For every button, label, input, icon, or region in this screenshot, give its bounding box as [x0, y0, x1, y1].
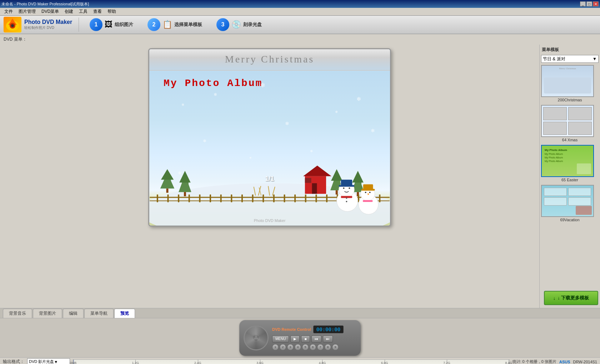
num-9[interactable]: 9: [332, 344, 339, 350]
preview-container: Merry Christmas My Photo Album ❄ ❄ ❄ ❄ ❄…: [0, 45, 539, 308]
step1-button[interactable]: 1 🖼 组织图片: [82, 16, 140, 33]
template-thumb-69vacation[interactable]: [541, 185, 594, 217]
maximize-button[interactable]: □: [586, 1, 592, 6]
menu-file[interactable]: 文件: [1, 8, 16, 15]
scene-header: Merry Christmas: [149, 49, 390, 71]
num-7[interactable]: 7: [317, 344, 324, 350]
svg-rect-47: [369, 194, 370, 202]
num-5[interactable]: 5: [302, 344, 309, 350]
tab-menu-nav[interactable]: 菜单导航: [84, 309, 114, 318]
tick-5: 6.0G: [385, 360, 385, 364]
menu-dvd[interactable]: DVD菜单: [39, 8, 62, 15]
step3-number: 3: [221, 21, 225, 28]
thumb-easter-bg: My Photo Album My Photo Album My Photo A…: [542, 146, 593, 176]
thumb-imas-bg: [542, 106, 593, 136]
prev-button[interactable]: ⏮: [311, 335, 321, 343]
logo-text: Photo DVD Maker 轻松制作照片 DVD: [24, 19, 72, 30]
step3-icon: 💿: [231, 20, 241, 29]
num-3[interactable]: 3: [287, 344, 294, 350]
svg-marker-14: [330, 173, 343, 190]
menubar: 文件 图片管理 DVD菜单 创建 工具 查看 帮助: [0, 8, 600, 16]
main-area: Merry Christmas My Photo Album ❄ ❄ ❄ ❄ ❄…: [0, 45, 600, 308]
panel-header: 菜单模板: [541, 46, 599, 54]
app-subtitle: 轻松制作照片 DVD: [24, 25, 72, 30]
remote-numpad: 1 2 3 4 5 6 7 8 9: [272, 344, 356, 350]
svg-rect-36: [252, 194, 254, 202]
scene-svg: [149, 49, 390, 226]
svg-point-67: [365, 192, 366, 193]
template-thumb-200christmas[interactable]: Merry Christmas: [541, 65, 594, 97]
tick-2: 2.4G: [198, 360, 198, 364]
step2-button[interactable]: 2 📋 选择菜单模板: [140, 16, 209, 33]
next-button[interactable]: ⏭: [323, 335, 333, 343]
status-right: 统计: 0 个相册，0 张图片 ASUS DRW-2014S1: [512, 359, 598, 364]
svg-line-50: [258, 186, 261, 196]
thumb-christmas-bg: Merry Christmas: [542, 66, 593, 96]
num-4[interactable]: 4: [295, 344, 301, 350]
step2-label: 选择菜单模板: [174, 21, 202, 28]
svg-rect-48: [379, 194, 380, 202]
menu-tools[interactable]: 工具: [76, 8, 90, 15]
menu-button[interactable]: MENU: [272, 335, 289, 343]
tab-bg-image[interactable]: 背景图片: [33, 309, 62, 318]
svg-marker-18: [351, 175, 364, 192]
template-200christmas[interactable]: Merry Christmas 200Christmas: [541, 65, 599, 102]
template-69vacation[interactable]: 69Vacation: [541, 185, 599, 222]
num-6[interactable]: 6: [310, 344, 316, 350]
template-65easter[interactable]: My Photo Album My Photo Album My Photo A…: [541, 145, 599, 182]
svg-rect-12: [184, 192, 186, 196]
dvd-menu-label: DVD 菜单：: [0, 34, 600, 45]
template-thumb-64xmas[interactable]: [541, 105, 594, 137]
template-name-65easter: 65 Easter: [541, 178, 599, 182]
svg-marker-9: [181, 180, 189, 191]
window-controls[interactable]: _ □ ✕: [580, 1, 599, 6]
window-title: 未命名 - Photo DVD Maker Professional[试用版本]: [1, 1, 89, 7]
remote-brand: DVD Remote Control: [272, 327, 311, 332]
play-button[interactable]: ▶: [290, 335, 300, 343]
step3-button[interactable]: 3 💿 刻录光盘: [209, 16, 269, 33]
svg-marker-10: [179, 175, 191, 192]
svg-rect-34: [231, 194, 232, 202]
dropdown-value: 节日 & 派对: [543, 56, 565, 62]
minimize-button[interactable]: _: [580, 1, 586, 6]
svg-rect-29: [178, 194, 179, 202]
album-title: My Photo Album: [164, 78, 262, 89]
svg-marker-6: [160, 173, 175, 188]
download-label: ↓ 下载更多模板: [558, 295, 589, 301]
close-button[interactable]: ✕: [593, 1, 599, 6]
tabs-bar: 背景音乐 背景图片 编辑 菜单导航 预览: [0, 308, 600, 318]
svg-rect-20: [357, 192, 359, 196]
tick-0: 0MB: [73, 360, 74, 364]
asus-logo: ASUS: [559, 360, 570, 364]
num-2[interactable]: 2: [280, 344, 286, 350]
svg-rect-65: [363, 184, 373, 190]
time-display: 00:00:00: [313, 325, 344, 333]
template-thumb-65easter[interactable]: My Photo Album My Photo Album My Photo A…: [541, 145, 594, 177]
template-name-69vacation: 69Vacation: [541, 218, 599, 222]
num-1[interactable]: 1: [272, 344, 279, 350]
download-more-button[interactable]: ↓ ↓ 下载更多模板: [544, 291, 598, 305]
template-64xmas[interactable]: 64 Xmas: [541, 105, 599, 142]
stop-button[interactable]: ■: [301, 335, 310, 343]
menu-create[interactable]: 创建: [62, 8, 76, 15]
step1-icon: 🖼: [105, 20, 112, 29]
page-counter: 1/1: [265, 175, 274, 183]
menu-photos[interactable]: 图片管理: [16, 8, 39, 15]
svg-rect-27: [157, 194, 158, 202]
tab-bg-music[interactable]: 背景音乐: [3, 309, 32, 318]
player-area: OK DVD Remote Control 00:00:00 MENU ▶ ■ …: [0, 318, 600, 357]
remote-btns: MENU ▶ ■ ⏮ ⏭: [272, 335, 356, 343]
svg-line-52: [268, 186, 270, 196]
tab-preview[interactable]: 预览: [114, 309, 135, 318]
svg-marker-69: [368, 193, 369, 195]
right-panel: 菜单模板 节日 & 派对 ▼ Merry Christmas 200Christ…: [539, 45, 600, 308]
svg-rect-33: [220, 194, 222, 202]
svg-marker-19: [352, 171, 364, 183]
svg-marker-17: [354, 180, 361, 191]
format-select[interactable]: DVD 影片光盘 ▼: [27, 358, 70, 364]
template-dropdown[interactable]: 节日 & 派对 ▼: [541, 55, 599, 63]
num-8[interactable]: 8: [325, 344, 331, 350]
menu-view[interactable]: 查看: [90, 8, 105, 15]
menu-help[interactable]: 帮助: [105, 8, 119, 15]
tab-edit[interactable]: 编辑: [63, 309, 84, 318]
